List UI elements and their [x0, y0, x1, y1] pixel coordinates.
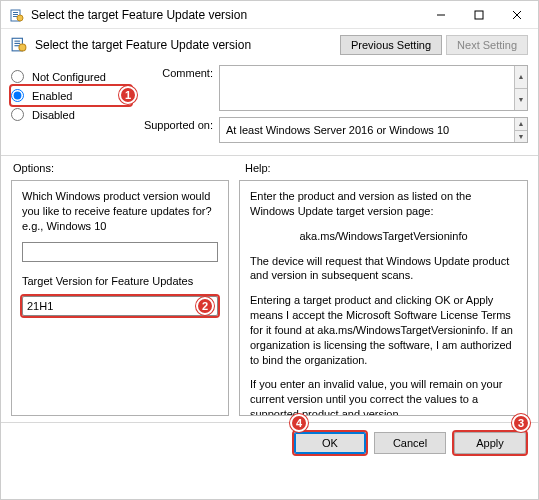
- svg-point-4: [17, 15, 23, 21]
- radio-disabled[interactable]: Disabled: [11, 105, 131, 124]
- help-pane: Enter the product and version as listed …: [239, 180, 528, 416]
- help-text: The device will request that Windows Upd…: [250, 254, 517, 284]
- header-row: Select the target Feature Update version…: [1, 29, 538, 61]
- comment-label: Comment:: [137, 65, 213, 79]
- maximize-button[interactable]: [460, 2, 498, 28]
- help-link-text: aka.ms/WindowsTargetVersioninfo: [250, 229, 517, 244]
- policy-icon: [11, 36, 27, 54]
- next-setting-button: Next Setting: [446, 35, 528, 55]
- radio-disabled-input[interactable]: [11, 108, 24, 121]
- radio-not-configured-label: Not Configured: [32, 71, 106, 83]
- radio-enabled-input[interactable]: [11, 89, 24, 102]
- svg-point-13: [19, 44, 26, 51]
- supported-label: Supported on:: [137, 117, 213, 131]
- radio-enabled[interactable]: Enabled 1: [11, 86, 131, 105]
- ok-button[interactable]: OK: [294, 432, 366, 454]
- help-text: Entering a target product and clicking O…: [250, 293, 517, 367]
- radio-not-configured[interactable]: Not Configured: [11, 67, 131, 86]
- window-controls: [422, 2, 536, 28]
- window-title: Select the target Feature Update version: [31, 8, 422, 22]
- cancel-button[interactable]: Cancel: [374, 432, 446, 454]
- svg-rect-2: [13, 14, 18, 15]
- options-pane: Which Windows product version would you …: [11, 180, 229, 416]
- titlebar: Select the target Feature Update version: [1, 1, 538, 29]
- supported-field: At least Windows Server 2016 or Windows …: [219, 117, 528, 143]
- policy-icon: [9, 7, 25, 23]
- help-text: Enter the product and version as listed …: [250, 189, 517, 219]
- svg-rect-6: [475, 11, 483, 19]
- help-text: If you enter an invalid value, you will …: [250, 377, 517, 416]
- page-title: Select the target Feature Update version: [35, 38, 332, 52]
- dialog-footer: OK 4 Cancel Apply 3: [1, 422, 538, 462]
- product-question: Which Windows product version would you …: [22, 189, 218, 234]
- callout-3: 3: [512, 414, 530, 432]
- comment-scroll[interactable]: ▲▼: [514, 66, 527, 110]
- target-version-input[interactable]: [22, 296, 218, 316]
- radio-enabled-label: Enabled: [32, 90, 72, 102]
- options-label: Options:: [13, 162, 225, 174]
- radio-not-configured-input[interactable]: [11, 70, 24, 83]
- product-version-input[interactable]: [22, 242, 218, 262]
- apply-button[interactable]: Apply: [454, 432, 526, 454]
- svg-rect-11: [14, 43, 20, 44]
- svg-rect-10: [14, 41, 20, 42]
- previous-setting-button[interactable]: Previous Setting: [340, 35, 442, 55]
- svg-rect-1: [13, 12, 18, 13]
- radio-disabled-label: Disabled: [32, 109, 75, 121]
- state-radios: Not Configured Enabled 1 Disabled: [11, 65, 131, 149]
- help-label: Help:: [245, 162, 271, 174]
- target-version-label: Target Version for Feature Updates: [22, 274, 218, 289]
- callout-1: 1: [119, 86, 137, 104]
- callout-4: 4: [290, 414, 308, 432]
- minimize-button[interactable]: [422, 2, 460, 28]
- close-button[interactable]: [498, 2, 536, 28]
- comment-field[interactable]: ▲▼: [219, 65, 528, 111]
- supported-scroll[interactable]: ▲▼: [514, 118, 527, 142]
